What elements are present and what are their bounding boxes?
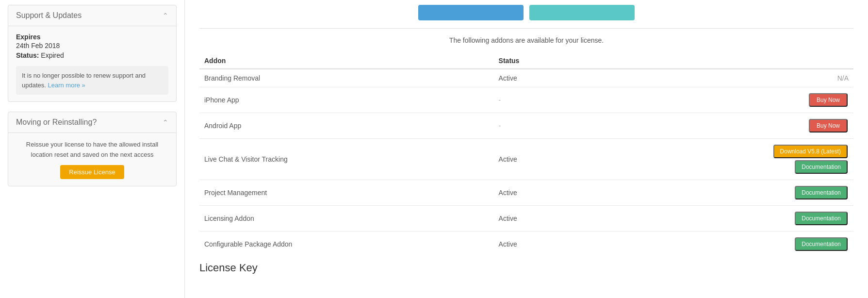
- addon-name: Project Management: [199, 180, 494, 206]
- reinstall-title: Moving or Reinstalling?: [16, 118, 97, 127]
- addons-intro-text: The following addons are available for y…: [199, 36, 853, 44]
- expires-label: Expires: [16, 33, 168, 41]
- addon-action: Documentation: [624, 180, 853, 206]
- addon-status: -: [494, 113, 625, 139]
- addons-table: Addon Status Branding RemovalActiveN/AiP…: [199, 53, 853, 257]
- status-line: Status: Expired: [16, 51, 168, 59]
- support-updates-header: Support & Updates ⌃: [8, 5, 176, 26]
- support-updates-body: Expires 24th Feb 2018 Status: Expired It…: [8, 26, 176, 101]
- top-button-1[interactable]: [418, 5, 524, 20]
- buy-now-button[interactable]: Buy Now: [809, 93, 848, 107]
- table-row: Project ManagementActiveDocumentation: [199, 180, 853, 206]
- addon-action: Documentation: [624, 232, 853, 257]
- addon-name: Live Chat & Visitor Tracking: [199, 139, 494, 180]
- addon-status: -: [494, 87, 625, 113]
- info-text-block: It is no longer possible to renew suppor…: [16, 66, 168, 95]
- chevron-up-icon-2: ⌃: [163, 118, 168, 126]
- reissue-license-button[interactable]: Reissue License: [60, 165, 124, 179]
- reinstall-section: Moving or Reinstalling? ⌃ Reissue your l…: [8, 112, 177, 186]
- reinstall-header: Moving or Reinstalling? ⌃: [8, 112, 176, 133]
- addon-action: Buy Now: [624, 87, 853, 113]
- support-updates-title: Support & Updates: [16, 11, 82, 20]
- main-content: The following addons are available for y…: [184, 0, 868, 298]
- sidebar: Support & Updates ⌃ Expires 24th Feb 201…: [0, 0, 184, 298]
- status-label: Status:: [16, 51, 39, 59]
- table-row: Android App-Buy Now: [199, 113, 853, 139]
- addon-status: Active: [494, 139, 625, 180]
- license-key-heading: License Key: [199, 262, 853, 274]
- addon-name: Branding Removal: [199, 69, 494, 87]
- addon-action: Download V5.8 (Latest)Documentation: [624, 139, 853, 180]
- learn-more-link[interactable]: Learn more »: [48, 82, 85, 89]
- expires-date: 24th Feb 2018: [16, 42, 168, 50]
- addon-name: Licensing Addon: [199, 206, 494, 232]
- col-header-status: Status: [494, 53, 625, 69]
- addon-status: Active: [494, 206, 625, 232]
- addon-status: Active: [494, 232, 625, 257]
- chevron-up-icon: ⌃: [163, 12, 168, 19]
- table-row: iPhone App-Buy Now: [199, 87, 853, 113]
- col-header-addon: Addon: [199, 53, 494, 69]
- table-row: Branding RemovalActiveN/A: [199, 69, 853, 87]
- top-bar: [199, 0, 853, 29]
- documentation-button[interactable]: Documentation: [795, 160, 848, 174]
- reinstall-body-text: Reissue your license to have the allowed…: [26, 141, 158, 158]
- addon-action: N/A: [624, 69, 853, 87]
- top-button-2[interactable]: [529, 5, 635, 20]
- table-row: Configurable Package AddonActiveDocument…: [199, 232, 853, 257]
- addon-name: iPhone App: [199, 87, 494, 113]
- addon-status: Active: [494, 69, 625, 87]
- documentation-button[interactable]: Documentation: [795, 186, 848, 199]
- na-text: N/A: [837, 74, 849, 82]
- buy-now-button[interactable]: Buy Now: [809, 119, 848, 132]
- download-button[interactable]: Download V5.8 (Latest): [773, 145, 848, 158]
- status-value: Expired: [41, 51, 64, 59]
- table-row: Licensing AddonActiveDocumentation: [199, 206, 853, 232]
- addon-action: Buy Now: [624, 113, 853, 139]
- documentation-button[interactable]: Documentation: [795, 212, 848, 225]
- addon-action: Documentation: [624, 206, 853, 232]
- col-header-action: [624, 53, 853, 69]
- support-updates-section: Support & Updates ⌃ Expires 24th Feb 201…: [8, 5, 177, 102]
- reinstall-body: Reissue your license to have the allowed…: [8, 133, 176, 186]
- table-row: Live Chat & Visitor TrackingActiveDownlo…: [199, 139, 853, 180]
- addon-name: Configurable Package Addon: [199, 232, 494, 257]
- documentation-button[interactable]: Documentation: [795, 237, 848, 251]
- addon-name: Android App: [199, 113, 494, 139]
- addon-status: Active: [494, 180, 625, 206]
